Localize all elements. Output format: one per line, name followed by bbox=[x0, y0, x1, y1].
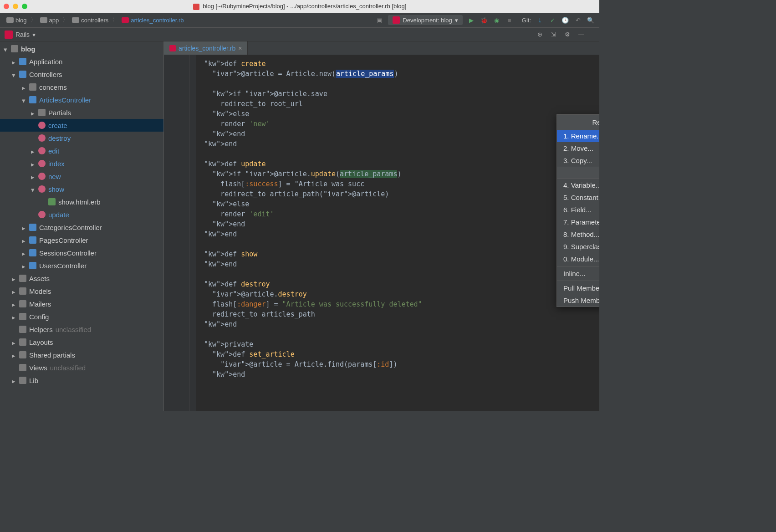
folder-icon bbox=[6, 17, 14, 23]
project-tree[interactable]: blog Application Controllers concerns Ar… bbox=[0, 41, 164, 411]
tree-node-helpers[interactable]: Helpersunclassified bbox=[0, 323, 163, 336]
tree-node-users-controller[interactable]: UsersController bbox=[0, 259, 163, 272]
coverage-button[interactable]: ◉ bbox=[493, 16, 501, 24]
editor-tabs: articles_controller.rb × bbox=[164, 41, 599, 55]
tree-node-mailers[interactable]: Mailers bbox=[0, 297, 163, 310]
minimize-icon[interactable]: — bbox=[578, 31, 586, 38]
toolbar: ▣ Development: blog ▾ ▶ 🐞 ◉ ■ Git: ⤓ ✓ 🕓… bbox=[375, 15, 595, 25]
tree-node-edit[interactable]: edit bbox=[0, 144, 163, 157]
run-button[interactable]: ▶ bbox=[467, 16, 475, 24]
tab-label: articles_controller.rb bbox=[179, 45, 235, 52]
menu-item-method[interactable]: 8. Method...⌥⌘M bbox=[557, 228, 599, 240]
menu-item-constant[interactable]: 5. Constant...⌥⌘C bbox=[557, 191, 599, 204]
folder-icon bbox=[72, 17, 79, 23]
gear-icon[interactable]: ⚙ bbox=[565, 31, 572, 38]
controllers-icon bbox=[19, 71, 26, 78]
menu-item-module[interactable]: 0. Module... bbox=[557, 253, 599, 265]
locate-icon[interactable]: ⊕ bbox=[537, 31, 545, 38]
tree-node-articles-controller[interactable]: ArticlesController bbox=[0, 93, 163, 106]
tree-node-assets[interactable]: Assets bbox=[0, 272, 163, 285]
tree-node-update[interactable]: update bbox=[0, 208, 163, 221]
menu-item-push-members-down[interactable]: Push Members Down... bbox=[557, 294, 599, 307]
editor-body[interactable]: "kw">def create "ivar">@article = Articl… bbox=[164, 55, 599, 411]
method-icon bbox=[38, 173, 46, 180]
menu-item-rename[interactable]: 1. Rename...⇧F6 bbox=[557, 130, 599, 142]
tree-node-pages-controller[interactable]: PagesController bbox=[0, 234, 163, 246]
refactor-this-menu: Refactor This 1. Rename...⇧F62. Move...F… bbox=[556, 114, 599, 307]
tree-node-blog[interactable]: blog bbox=[0, 42, 163, 55]
breadcrumb: blog 〉 app 〉 controllers 〉 articles_cont… bbox=[5, 16, 373, 25]
breadcrumb-item-file[interactable]: articles_controller.rb bbox=[120, 16, 185, 25]
run-configuration-selector[interactable]: Development: blog ▾ bbox=[388, 15, 462, 25]
tree-node-views[interactable]: Viewsunclassified bbox=[0, 361, 163, 374]
menu-item-move[interactable]: 2. Move...F6 bbox=[557, 142, 599, 154]
controller-icon bbox=[29, 249, 36, 256]
project-view-selector[interactable]: Rails ▾ bbox=[5, 31, 36, 39]
chevron-right-icon: 〉 bbox=[31, 16, 36, 24]
breadcrumb-item-controllers[interactable]: controllers bbox=[70, 16, 110, 25]
tree-node-layouts[interactable]: Layouts bbox=[0, 336, 163, 348]
debug-button[interactable]: 🐞 bbox=[480, 16, 488, 24]
controller-icon bbox=[29, 96, 36, 103]
menu-item-inline[interactable]: Inline...⌥⌘N bbox=[557, 267, 599, 280]
tree-node-create[interactable]: create bbox=[0, 119, 163, 132]
tree-node-lib[interactable]: Lib bbox=[0, 374, 163, 387]
ruby-icon bbox=[193, 4, 199, 10]
folder-icon bbox=[19, 364, 26, 371]
titlebar: blog [~/RubymineProjects/blog] - .../app… bbox=[0, 0, 599, 13]
tree-node-partials[interactable]: Partials bbox=[0, 106, 163, 119]
folder-icon bbox=[29, 83, 36, 91]
menu-separator bbox=[557, 266, 599, 266]
menu-item-field[interactable]: 6. Field...⌥⌘F bbox=[557, 204, 599, 216]
menu-item-parameter[interactable]: 7. Parameter...⌥⌘P bbox=[557, 216, 599, 228]
folder-icon bbox=[11, 45, 18, 52]
tree-node-new[interactable]: new bbox=[0, 170, 163, 183]
git-commit-button[interactable]: ✓ bbox=[548, 16, 556, 24]
gutter bbox=[164, 55, 189, 411]
code-area[interactable]: "kw">def create "ivar">@article = Articl… bbox=[196, 55, 599, 411]
build-icon[interactable]: ▣ bbox=[375, 16, 383, 24]
revert-button[interactable]: ↶ bbox=[574, 16, 582, 24]
tree-node-index[interactable]: index bbox=[0, 157, 163, 170]
method-icon bbox=[38, 122, 46, 129]
tree-node-show-erb[interactable]: show.html.erb bbox=[0, 195, 163, 208]
tree-node-concerns[interactable]: concerns bbox=[0, 81, 163, 93]
menu-item-copy[interactable]: 3. Copy...F5 bbox=[557, 154, 599, 167]
folder-icon bbox=[38, 109, 46, 116]
chevron-down-icon: ▾ bbox=[455, 17, 458, 24]
collapse-all-icon[interactable]: ⇲ bbox=[551, 31, 558, 38]
menu-title: Refactor This bbox=[557, 115, 599, 130]
git-update-button[interactable]: ⤓ bbox=[536, 16, 544, 24]
erb-icon bbox=[48, 198, 56, 205]
tree-node-categories-controller[interactable]: CategoriesController bbox=[0, 221, 163, 234]
tree-node-config[interactable]: Config bbox=[0, 310, 163, 323]
method-icon bbox=[38, 185, 46, 193]
tree-node-models[interactable]: Models bbox=[0, 285, 163, 297]
tree-node-sessions-controller[interactable]: SessionsController bbox=[0, 246, 163, 259]
stop-button[interactable]: ■ bbox=[505, 16, 514, 24]
tree-node-show[interactable]: show bbox=[0, 183, 163, 195]
folder-icon bbox=[40, 17, 47, 23]
menu-item-pull-members-up[interactable]: Pull Members Up... bbox=[557, 282, 599, 294]
menu-item-superclass[interactable]: 9. Superclass... bbox=[557, 240, 599, 253]
fold-gutter bbox=[189, 55, 196, 411]
method-icon bbox=[38, 160, 46, 167]
menu-separator bbox=[557, 281, 599, 281]
search-everywhere-button[interactable]: 🔍 bbox=[587, 16, 595, 24]
folder-icon bbox=[19, 351, 26, 358]
tree-node-application[interactable]: Application bbox=[0, 55, 163, 68]
tree-node-shared-partials[interactable]: Shared partials bbox=[0, 348, 163, 361]
controller-icon bbox=[29, 236, 36, 244]
ruby-icon bbox=[169, 45, 176, 51]
editor: articles_controller.rb × "kw">def create… bbox=[164, 41, 599, 411]
navigation-bar: blog 〉 app 〉 controllers 〉 articles_cont… bbox=[0, 13, 599, 28]
git-history-button[interactable]: 🕓 bbox=[561, 16, 569, 24]
project-tool-header: Rails ▾ ⊕ ⇲ ⚙ — bbox=[0, 28, 599, 41]
tree-node-destroy[interactable]: destroy bbox=[0, 132, 163, 144]
close-tab-icon[interactable]: × bbox=[238, 45, 242, 52]
editor-tab-articles-controller[interactable]: articles_controller.rb × bbox=[164, 41, 248, 55]
tree-node-controllers[interactable]: Controllers bbox=[0, 68, 163, 81]
breadcrumb-item-app[interactable]: app bbox=[38, 16, 61, 25]
breadcrumb-item-blog[interactable]: blog bbox=[5, 16, 29, 25]
menu-item-variable[interactable]: 4. Variable...⌥⌘V bbox=[557, 179, 599, 191]
